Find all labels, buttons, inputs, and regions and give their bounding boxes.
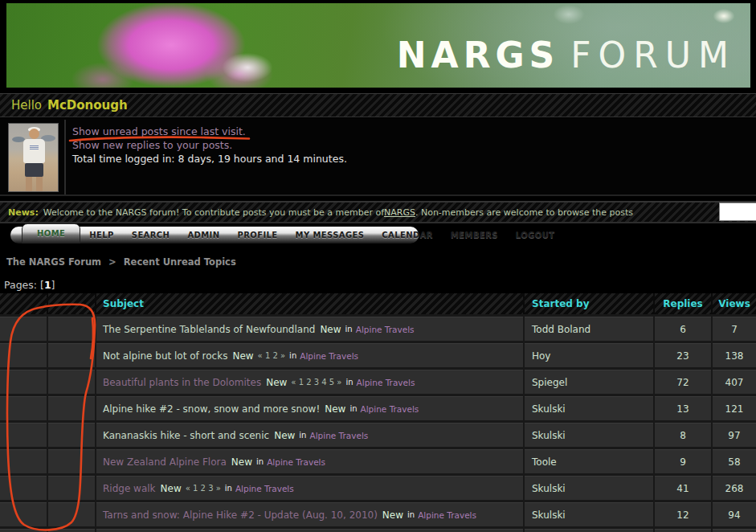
in-label: in bbox=[345, 325, 353, 334]
topic-subject-cell: Ridge walk New « 1 2 3 » in Alpine Trave… bbox=[96, 476, 523, 500]
replies-cell: 12 bbox=[655, 502, 711, 526]
breadcrumb-root-link[interactable]: The NARGS Forum bbox=[6, 256, 101, 268]
views-cell: 407 bbox=[713, 370, 756, 394]
topic-icon-cell bbox=[48, 317, 95, 341]
nav-tab-admin[interactable]: ADMIN bbox=[178, 231, 228, 239]
topic-icon-cell bbox=[48, 423, 95, 447]
topic-title-link[interactable]: The Serpentine Tablelands of Newfoundlan… bbox=[103, 324, 315, 335]
partial-next-row bbox=[0, 529, 756, 532]
replies-cell: 8 bbox=[655, 423, 711, 447]
header-icon-col-2 bbox=[48, 293, 95, 314]
new-label: New bbox=[232, 350, 253, 362]
show-new-replies-link[interactable]: Show new replies to your posts. bbox=[72, 138, 232, 152]
news-bar: News: Welcome to the NARGS forum! To con… bbox=[0, 201, 756, 223]
topic-icon-cell bbox=[0, 343, 47, 367]
nav-tab-home[interactable]: HOME bbox=[22, 223, 80, 243]
show-unread-posts-link[interactable]: Show unread posts since last visit. bbox=[72, 125, 246, 138]
nav-tab-profile[interactable]: PROFILE bbox=[228, 231, 286, 239]
banner-photo: NARGSFORUM bbox=[6, 3, 750, 88]
topic-subject-cell: Not alpine but lot of rocks New « 1 2 » … bbox=[96, 343, 523, 367]
topic-icon-cell bbox=[0, 370, 47, 394]
greeting-label: Hello bbox=[11, 98, 42, 113]
nav-bar: HOME HELP SEARCH ADMIN PROFILE MY MESSAG… bbox=[0, 223, 756, 249]
nav-tab-search[interactable]: SEARCH bbox=[123, 231, 179, 239]
nargs-link[interactable]: NARGS bbox=[384, 207, 415, 218]
avatar-detail bbox=[25, 163, 43, 177]
started-by-cell: Toole bbox=[525, 449, 653, 473]
topic-pagination[interactable]: « 1 2 3 4 5 » bbox=[291, 378, 341, 387]
topic-pagination[interactable]: « 1 2 3 » bbox=[186, 484, 221, 493]
topic-subject-cell: Alpine hike #2 - snow, snow and more sno… bbox=[96, 396, 523, 420]
forum-page: NARGSFORUM Hello McDonough Show unread p… bbox=[0, 0, 756, 532]
forum-banner: NARGSFORUM bbox=[0, 0, 756, 90]
topic-title-link[interactable]: Tarns and snow: Alpine Hike #2 - Update … bbox=[103, 509, 378, 521]
views-cell: 97 bbox=[713, 423, 756, 447]
pages-bracket: ] bbox=[51, 279, 55, 291]
avatar-detail bbox=[30, 145, 39, 150]
news-text-after: . Non-members are welcome to browse the … bbox=[415, 207, 633, 218]
user-panel: Show unread posts since last visit. Show… bbox=[0, 118, 756, 196]
topic-title-link[interactable]: Kananaskis hike - short and scenic bbox=[103, 430, 269, 441]
in-label: in bbox=[349, 404, 357, 413]
board-link[interactable]: Alpine Travels bbox=[418, 510, 476, 520]
topic-subject-cell: The Serpentine Tablelands of Newfoundlan… bbox=[96, 317, 523, 341]
topic-icon-cell bbox=[48, 476, 95, 500]
table-row: The Serpentine Tablelands of Newfoundlan… bbox=[0, 317, 756, 341]
in-label: in bbox=[407, 510, 415, 519]
topic-title-link[interactable]: Not alpine but lot of rocks bbox=[103, 350, 227, 362]
search-input[interactable] bbox=[719, 203, 756, 221]
topic-title-link[interactable]: New Zealand Alpine Flora bbox=[103, 456, 227, 468]
nav-tab-calendar[interactable]: CALENDAR bbox=[373, 231, 442, 239]
topic-subject-cell: New Zealand Alpine Flora New in Alpine T… bbox=[96, 449, 523, 473]
board-link[interactable]: Alpine Travels bbox=[361, 404, 419, 414]
breadcrumb: The NARGS Forum > Recent Unread Topics bbox=[6, 256, 236, 268]
header-views: Views bbox=[713, 293, 756, 314]
topic-icon-cell bbox=[0, 476, 47, 500]
avatar-detail bbox=[29, 129, 39, 139]
nav-tab-help[interactable]: HELP bbox=[80, 231, 123, 239]
page-number: 1 bbox=[44, 279, 51, 291]
in-label: in bbox=[289, 351, 296, 360]
views-cell: 94 bbox=[713, 502, 756, 526]
topic-icon-cell bbox=[0, 317, 47, 341]
nav-tab-my-messages[interactable]: MY MESSAGES bbox=[287, 231, 374, 239]
new-label: New bbox=[382, 509, 403, 521]
board-link[interactable]: Alpine Travels bbox=[356, 325, 415, 334]
username: McDonough bbox=[47, 98, 128, 113]
nav-tab-members[interactable]: MEMBERS bbox=[442, 231, 507, 239]
board-link[interactable]: Alpine Travels bbox=[235, 484, 294, 493]
header-started-by: Started by bbox=[525, 293, 653, 314]
views-cell: 121 bbox=[713, 396, 756, 420]
forum-title: NARGSFORUM bbox=[397, 38, 736, 73]
board-link[interactable]: Alpine Travels bbox=[309, 431, 368, 440]
in-label: in bbox=[225, 484, 232, 493]
new-label: New bbox=[325, 403, 345, 415]
table-row: Not alpine but lot of rocks New « 1 2 » … bbox=[0, 343, 756, 367]
replies-cell: 23 bbox=[655, 343, 711, 367]
header-replies: Replies bbox=[655, 293, 711, 314]
topic-title-link[interactable]: Ridge walk bbox=[103, 483, 156, 494]
board-link[interactable]: Alpine Travels bbox=[267, 457, 325, 467]
pages-label: Pages: bbox=[4, 279, 37, 291]
nav-strip: HOME HELP SEARCH ADMIN PROFILE MY MESSAG… bbox=[10, 227, 419, 243]
topic-title-link[interactable]: Beautiful plants in the Dolomites bbox=[103, 377, 261, 388]
breadcrumb-current: Recent Unread Topics bbox=[124, 256, 236, 268]
started-by-cell: Skulski bbox=[525, 396, 653, 420]
nav-tab-logout[interactable]: LOGOUT bbox=[507, 231, 564, 239]
topic-subject-cell: Beautiful plants in the Dolomites New « … bbox=[96, 370, 523, 394]
replies-cell: 9 bbox=[655, 449, 711, 473]
views-cell: 7 bbox=[713, 317, 756, 341]
in-label: in bbox=[345, 378, 353, 387]
topic-pagination[interactable]: « 1 2 » bbox=[258, 351, 286, 360]
user-avatar bbox=[8, 123, 59, 192]
board-link[interactable]: Alpine Travels bbox=[357, 378, 415, 387]
in-label: in bbox=[299, 431, 306, 440]
breadcrumb-separator: > bbox=[108, 256, 116, 268]
topic-title-link[interactable]: Alpine hike #2 - snow, snow and more sno… bbox=[103, 403, 320, 415]
board-link[interactable]: Alpine Travels bbox=[300, 351, 358, 361]
topic-icon-cell bbox=[0, 396, 47, 420]
started-by-cell: Hoy bbox=[525, 343, 653, 367]
views-cell: 138 bbox=[713, 343, 756, 367]
table-row: Kananaskis hike - short and scenic New i… bbox=[0, 423, 756, 447]
panel-divider bbox=[64, 120, 66, 194]
